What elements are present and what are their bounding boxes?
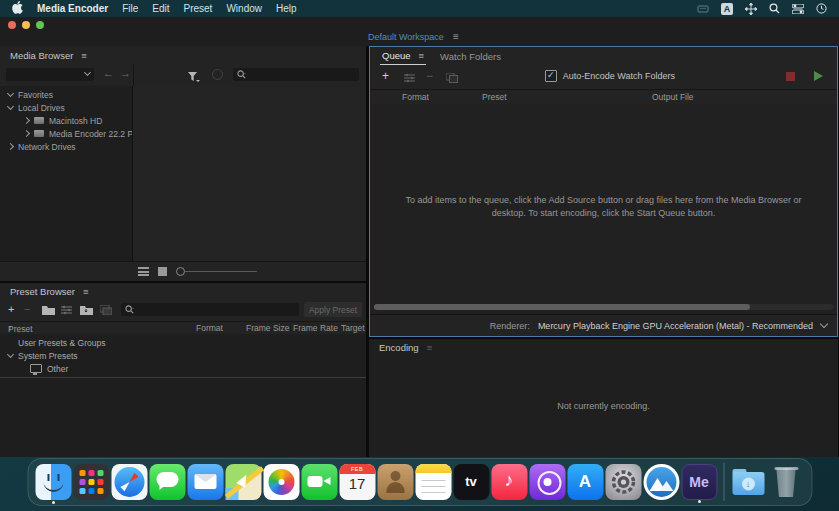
dock-icon-messages[interactable] bbox=[149, 464, 185, 500]
dock-icon-launchpad[interactable] bbox=[73, 464, 109, 500]
dock-icon-maps[interactable] bbox=[225, 464, 261, 500]
spotlight-search-icon[interactable] bbox=[769, 3, 780, 14]
encoding-tab[interactable]: Encoding bbox=[379, 342, 419, 353]
input-source-icon[interactable]: A bbox=[721, 3, 733, 15]
dock-icon-calendar[interactable]: FEB 17 bbox=[339, 464, 375, 500]
accessibility-pointer-icon[interactable] bbox=[745, 3, 757, 15]
tab-queue[interactable]: Queue ≡ bbox=[380, 47, 426, 65]
tree-item-media-encoder-drive[interactable]: Media Encoder 22.2 PATCH bbox=[0, 127, 132, 140]
preset-row-user-presets[interactable]: User Presets & Groups bbox=[0, 336, 366, 349]
keyboard-brightness-icon[interactable] bbox=[697, 3, 709, 15]
dock-icon-contacts[interactable] bbox=[377, 464, 413, 500]
preset-browser-panel-menu-icon[interactable]: ≡ bbox=[83, 286, 89, 297]
stop-queue-button[interactable] bbox=[786, 72, 795, 81]
thumbnail-size-slider[interactable] bbox=[176, 267, 257, 276]
preset-browser-tab[interactable]: Preset Browser bbox=[10, 286, 75, 297]
scrollbar-thumb[interactable] bbox=[374, 304, 750, 310]
workspace-switcher[interactable]: Default Workspace ≡ bbox=[368, 31, 459, 42]
refresh-icon[interactable] bbox=[212, 69, 223, 80]
minimize-window-button[interactable] bbox=[22, 21, 30, 29]
dock-icon-apple-tv[interactable]: tv bbox=[453, 464, 489, 500]
export-preset-icon[interactable] bbox=[100, 305, 112, 318]
menu-app-name[interactable]: Media Encoder bbox=[37, 3, 108, 14]
media-search-input[interactable] bbox=[233, 68, 359, 81]
renderer-dropdown[interactable]: Mercury Playback Engine GPU Acceleration… bbox=[538, 321, 813, 331]
slider-knob[interactable] bbox=[176, 267, 185, 276]
remove-source-icon[interactable]: − bbox=[426, 69, 433, 83]
tree-item-network-drives[interactable]: Network Drives bbox=[0, 140, 132, 153]
tree-item-favorites[interactable]: Favorites bbox=[0, 88, 132, 101]
duplicate-icon[interactable] bbox=[446, 72, 458, 86]
column-frame-rate[interactable]: Frame Rate bbox=[293, 323, 338, 333]
column-preset-name[interactable]: Preset Name ↑ bbox=[8, 323, 12, 333]
preset-row-other[interactable]: Other bbox=[0, 362, 366, 375]
preset-search-input[interactable] bbox=[121, 303, 299, 316]
dock-icon-mail[interactable] bbox=[187, 464, 223, 500]
remove-preset-icon[interactable]: − bbox=[24, 303, 30, 316]
column-format[interactable]: Format bbox=[196, 323, 223, 333]
chevron-down-icon[interactable] bbox=[7, 351, 14, 358]
dock-icon-installer[interactable] bbox=[643, 464, 679, 500]
menu-item-file[interactable]: File bbox=[122, 3, 138, 14]
new-preset-group-icon[interactable] bbox=[42, 305, 55, 318]
close-window-button[interactable] bbox=[8, 21, 16, 29]
dock-icon-finder[interactable] bbox=[35, 464, 71, 500]
queue-panel-menu-icon[interactable]: ≡ bbox=[419, 50, 425, 61]
column-output-file[interactable]: Output File bbox=[652, 92, 694, 102]
add-preset-icon[interactable]: + bbox=[8, 303, 14, 316]
menu-item-help[interactable]: Help bbox=[276, 3, 297, 14]
apply-preset-button[interactable]: Apply Preset bbox=[304, 302, 362, 317]
column-frame-size[interactable]: Frame Size bbox=[246, 323, 289, 333]
media-browser-content-area[interactable] bbox=[133, 86, 366, 262]
column-preset[interactable]: Preset bbox=[482, 92, 507, 102]
navigation-arrows[interactable]: ←→ bbox=[103, 67, 137, 79]
chevron-right-icon[interactable] bbox=[23, 117, 30, 124]
add-source-icon[interactable]: + bbox=[382, 69, 389, 83]
queue-settings-icon[interactable] bbox=[404, 72, 415, 86]
list-view-icon[interactable] bbox=[138, 267, 149, 276]
control-center-icon[interactable] bbox=[792, 4, 804, 14]
chevron-right-icon[interactable] bbox=[23, 130, 30, 137]
tab-watch-folders[interactable]: Watch Folders bbox=[440, 51, 501, 62]
column-target[interactable]: Target bbox=[341, 323, 365, 333]
horizontal-scrollbar[interactable] bbox=[374, 304, 833, 310]
menu-item-edit[interactable]: Edit bbox=[152, 3, 169, 14]
chevron-down-icon[interactable] bbox=[7, 103, 14, 110]
chevron-right-icon[interactable] bbox=[7, 143, 14, 150]
media-source-dropdown[interactable] bbox=[6, 68, 94, 81]
chevron-down-icon[interactable] bbox=[820, 320, 828, 328]
dock-icon-app-store[interactable]: A bbox=[567, 464, 603, 500]
menu-item-preset[interactable]: Preset bbox=[184, 3, 213, 14]
tree-item-local-drives[interactable]: Local Drives bbox=[0, 101, 132, 114]
media-browser-tab[interactable]: Media Browser bbox=[10, 50, 73, 61]
forward-icon[interactable]: → bbox=[120, 67, 137, 79]
start-queue-button[interactable] bbox=[814, 71, 823, 81]
import-preset-icon[interactable] bbox=[80, 305, 93, 318]
tree-item-macintosh-hd[interactable]: Macintosh HD bbox=[0, 114, 132, 127]
auto-encode-checkbox[interactable]: ✓ bbox=[545, 70, 557, 82]
encoding-panel-menu-icon[interactable]: ≡ bbox=[427, 342, 433, 353]
dock-icon-photos[interactable] bbox=[263, 464, 299, 500]
workspace-menu-icon[interactable]: ≡ bbox=[453, 31, 459, 42]
clock-icon[interactable] bbox=[816, 3, 827, 14]
apple-menu-icon[interactable] bbox=[12, 1, 23, 16]
preset-row-system-presets[interactable]: System Presets bbox=[0, 349, 366, 362]
media-browser-panel-menu-icon[interactable]: ≡ bbox=[81, 50, 87, 61]
dock-icon-safari[interactable] bbox=[111, 464, 147, 500]
dock-icon-podcasts[interactable] bbox=[529, 464, 565, 500]
preset-settings-icon[interactable] bbox=[61, 305, 72, 318]
dock-icon-music[interactable]: ♪ bbox=[491, 464, 527, 500]
dock-icon-trash[interactable] bbox=[768, 464, 804, 500]
dock-icon-system-preferences[interactable] bbox=[605, 464, 641, 500]
dock-icon-downloads[interactable]: ↓ bbox=[730, 464, 766, 500]
column-format[interactable]: Format bbox=[402, 92, 429, 102]
queue-drop-area[interactable]: To add items to the queue, click the Add… bbox=[370, 104, 837, 315]
back-icon[interactable]: ← bbox=[103, 67, 120, 79]
dock-icon-notes[interactable] bbox=[415, 464, 451, 500]
filter-icon[interactable] bbox=[188, 69, 200, 87]
menu-item-window[interactable]: Window bbox=[226, 3, 262, 14]
chevron-down-icon[interactable] bbox=[7, 90, 14, 97]
thumbnail-view-icon[interactable] bbox=[158, 267, 167, 276]
dock-icon-facetime[interactable] bbox=[301, 464, 337, 500]
zoom-window-button[interactable] bbox=[36, 21, 44, 29]
